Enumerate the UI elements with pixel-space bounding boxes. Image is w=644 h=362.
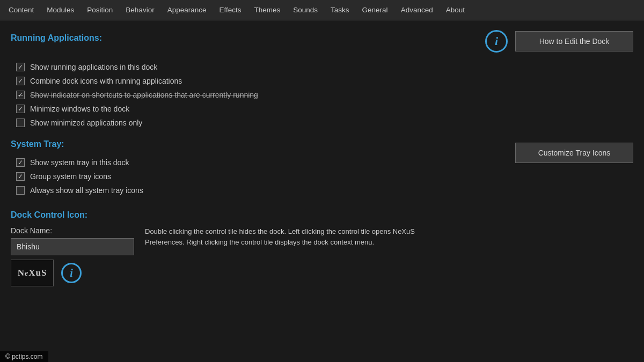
nav-general[interactable]: General [356, 2, 394, 18]
checkbox-row-combine-icons: Combine dock icons with running applicat… [16, 74, 633, 88]
checkbox-row-show-minimized-only: Show minimized applications only [16, 116, 633, 130]
customize-tray-icons-button[interactable]: Customize Tray Icons [515, 143, 633, 163]
nav-appearance[interactable]: Appearance [161, 2, 213, 18]
main-content: Running Applications: i How to Edit the … [0, 20, 644, 362]
checkbox-row-group-tray-icons: Group system tray icons [16, 169, 143, 183]
checkbox-row-always-show-tray: Always show all system tray icons [16, 183, 143, 197]
checkbox-show-running[interactable] [16, 63, 25, 71]
system-tray-section: System Tray: Show system tray in this do… [11, 139, 633, 201]
checkbox-always-show-tray[interactable] [16, 186, 25, 195]
nav-tasks[interactable]: Tasks [324, 2, 356, 18]
dock-icons-row: NeXuS i [11, 260, 134, 286]
checkbox-row-show-system-tray: Show system tray in this dock [16, 156, 143, 169]
dock-name-area: Dock Name: NeXuS i [11, 226, 134, 286]
nexus-logo: NeXuS [11, 260, 54, 286]
nav-modules[interactable]: Modules [40, 2, 80, 18]
running-apps-actions: i How to Edit the Dock [485, 30, 633, 53]
checkbox-group-tray-icons[interactable] [16, 172, 25, 181]
nav-themes[interactable]: Themes [248, 2, 287, 18]
dock-control-section: Dock Control Icon: Dock Name: NeXuS i Do… [11, 210, 633, 286]
dock-description: Double clicking the control tile hides t… [145, 226, 424, 247]
running-apps-header: Running Applications: [11, 33, 102, 43]
checkbox-minimize-windows[interactable] [16, 105, 25, 113]
checkbox-row-minimize-windows: Minimize windows to the dock [16, 102, 633, 116]
system-tray-header-row: System Tray: Show system tray in this do… [11, 139, 633, 201]
checkbox-show-minimized-only[interactable] [16, 119, 25, 127]
info-icon: i [485, 30, 508, 53]
nav-behavior[interactable]: Behavior [119, 2, 160, 18]
how-to-edit-dock-button[interactable]: How to Edit the Dock [515, 31, 633, 51]
checkbox-row-show-running: Show running applications in this dock [16, 60, 633, 74]
running-apps-checkboxes: Show running applications in this dock C… [16, 60, 633, 130]
checkbox-show-system-tray[interactable] [16, 158, 25, 167]
copyright: © pctips.com [0, 351, 48, 362]
running-apps-section-header-row: Running Applications: i How to Edit the … [11, 30, 633, 53]
dock-name-input[interactable] [11, 238, 134, 255]
checkbox-combine-icons[interactable] [16, 77, 25, 85]
system-tray-right: Customize Tray Icons [515, 139, 633, 163]
nav-sounds[interactable]: Sounds [287, 2, 324, 18]
system-tray-header: System Tray: [11, 139, 143, 149]
dock-control-header: Dock Control Icon: [11, 210, 633, 220]
nav-advanced[interactable]: Advanced [394, 2, 440, 18]
checkbox-row-show-indicator: Show indicator on shortcuts to applicati… [16, 88, 633, 102]
dock-control-row: Dock Name: NeXuS i Double clicking the c… [11, 226, 633, 286]
dock-name-label: Dock Name: [11, 226, 134, 235]
system-tray-checkboxes: Show system tray in this dock Group syst… [16, 156, 143, 197]
dock-info-icon: i [61, 263, 82, 283]
nav-content[interactable]: Content [2, 2, 40, 18]
nav-effects[interactable]: Effects [213, 2, 247, 18]
nav-about[interactable]: About [440, 2, 471, 18]
system-tray-left: System Tray: Show system tray in this do… [11, 139, 143, 201]
top-navigation: Content Modules Position Behavior Appear… [0, 0, 644, 20]
checkbox-show-indicator[interactable] [16, 91, 25, 99]
nav-position[interactable]: Position [80, 2, 119, 18]
